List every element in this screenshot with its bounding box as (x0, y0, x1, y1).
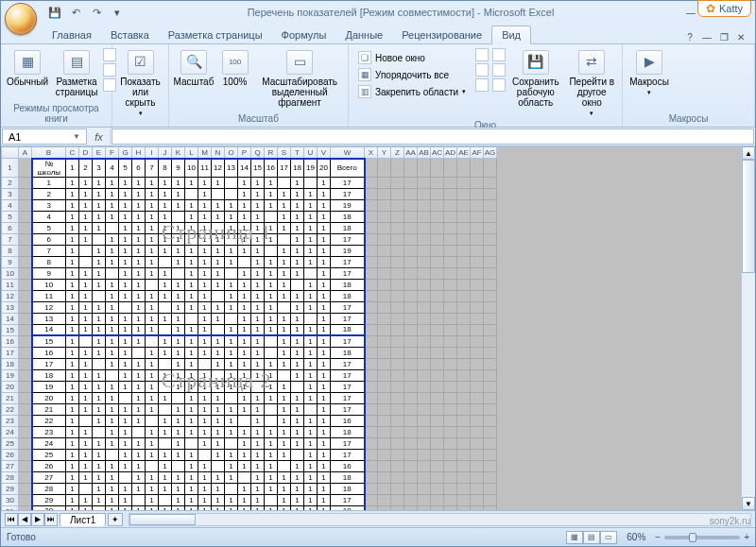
cell[interactable] (365, 245, 378, 256)
col-header[interactable]: AG (484, 147, 497, 159)
cell[interactable] (484, 505, 497, 510)
cell[interactable] (106, 449, 119, 460)
cell[interactable]: 14 (32, 324, 66, 335)
cell[interactable] (457, 494, 471, 505)
cell[interactable]: 1 (291, 324, 304, 335)
cell[interactable] (431, 222, 444, 233)
col-header[interactable]: W (331, 147, 365, 159)
reset-window-icon[interactable] (492, 78, 506, 92)
split-icon[interactable] (475, 48, 489, 61)
cell[interactable]: 1 (265, 188, 278, 199)
cell[interactable] (391, 483, 404, 494)
cell[interactable] (404, 471, 418, 483)
cell[interactable]: 1 (66, 483, 79, 494)
cell[interactable] (146, 460, 159, 471)
cell[interactable]: 1 (146, 471, 159, 483)
cell[interactable] (79, 415, 93, 426)
col-header[interactable]: R (265, 147, 278, 159)
cell[interactable] (471, 279, 484, 290)
cell[interactable]: 1 (304, 290, 318, 301)
cell[interactable]: 1 (172, 358, 185, 369)
cell[interactable] (391, 211, 404, 222)
cell[interactable] (431, 347, 444, 358)
cell[interactable] (471, 222, 484, 233)
cell[interactable] (19, 199, 32, 211)
cell[interactable] (79, 335, 93, 347)
cell[interactable]: 1 (212, 403, 225, 415)
cell[interactable]: 1 (212, 233, 225, 245)
cell[interactable]: 1 (198, 426, 212, 437)
cell[interactable]: 1 (304, 381, 318, 392)
cell[interactable]: 1 (318, 313, 331, 324)
cell[interactable]: 1 (318, 199, 331, 211)
cell[interactable]: 17 (331, 358, 365, 369)
cell[interactable] (19, 222, 32, 233)
cell[interactable]: 18 (331, 426, 365, 437)
cell[interactable] (378, 505, 391, 510)
cell[interactable]: 1 (185, 211, 198, 222)
cell[interactable]: 1 (119, 233, 132, 245)
cell[interactable]: 1 (251, 471, 265, 483)
cell[interactable]: 1 (93, 256, 106, 267)
cell[interactable]: 17 (331, 369, 365, 381)
cell[interactable] (444, 177, 457, 188)
cell[interactable] (471, 211, 484, 222)
cell[interactable] (471, 199, 484, 211)
cell[interactable]: 1 (278, 245, 291, 256)
cell[interactable]: 1 (132, 437, 146, 449)
cell[interactable]: 1 (132, 415, 146, 426)
qat-redo-icon[interactable]: ↷ (88, 4, 105, 21)
cell[interactable]: 1 (93, 437, 106, 449)
cell[interactable]: 24 (32, 437, 66, 449)
cell[interactable]: 1 (198, 460, 212, 471)
cell[interactable]: 1 (291, 426, 304, 437)
col-header[interactable]: H (132, 147, 146, 159)
switch-windows-button[interactable]: ⇄Перейти в другое окно▾ (566, 48, 618, 119)
cell[interactable]: 1 (132, 267, 146, 279)
cell[interactable]: 1 (212, 211, 225, 222)
cell[interactable] (378, 381, 391, 392)
cell[interactable] (484, 335, 497, 347)
cell[interactable]: 1 (318, 324, 331, 335)
cell[interactable] (19, 460, 32, 471)
cell[interactable] (365, 483, 378, 494)
cell[interactable]: 1 (212, 267, 225, 279)
cell[interactable] (457, 403, 471, 415)
cell[interactable] (391, 347, 404, 358)
cell[interactable] (391, 358, 404, 369)
cell[interactable] (378, 188, 391, 199)
cell[interactable]: 1 (93, 347, 106, 358)
col-header[interactable]: U (304, 147, 318, 159)
cell[interactable]: 1 (278, 222, 291, 233)
cell[interactable] (404, 460, 418, 471)
cell[interactable]: 1 (198, 199, 212, 211)
cell[interactable] (444, 222, 457, 233)
cell[interactable]: 1 (185, 460, 198, 471)
cell[interactable]: 1 (66, 324, 79, 335)
cell[interactable] (484, 199, 497, 211)
cell[interactable]: 1 (238, 449, 251, 460)
cell[interactable]: 1 (238, 505, 251, 510)
cell[interactable]: 1 (159, 471, 172, 483)
cell[interactable]: 1 (93, 222, 106, 233)
cell[interactable]: 1 (106, 415, 119, 426)
cell[interactable]: 1 (212, 279, 225, 290)
cell[interactable]: 1 (251, 449, 265, 460)
cell[interactable]: 29 (32, 494, 66, 505)
cell[interactable] (146, 335, 159, 347)
cell[interactable]: 1 (106, 471, 119, 483)
office-button[interactable] (5, 3, 37, 35)
cell[interactable] (484, 449, 497, 460)
cell[interactable] (444, 256, 457, 267)
cell[interactable]: 1 (212, 245, 225, 256)
cell[interactable] (378, 199, 391, 211)
cell[interactable]: 1 (106, 460, 119, 471)
cell[interactable] (431, 199, 444, 211)
cell[interactable] (391, 188, 404, 199)
cell[interactable]: 1 (79, 199, 93, 211)
cell[interactable] (212, 290, 225, 301)
cell[interactable] (418, 159, 431, 178)
cell[interactable]: 1 (32, 177, 66, 188)
cell[interactable] (278, 301, 291, 313)
cell[interactable]: 1 (132, 313, 146, 324)
